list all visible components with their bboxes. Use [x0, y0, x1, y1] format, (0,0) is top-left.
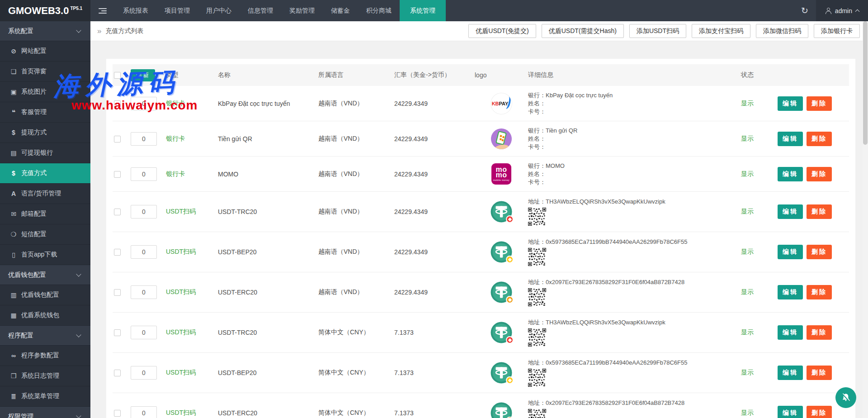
row-checkbox[interactable]: [114, 370, 121, 376]
sidebar-section-wallet-config[interactable]: 优盾钱包配置: [0, 265, 90, 285]
admin-menu[interactable]: admin: [816, 0, 868, 21]
sort-weight-input[interactable]: [131, 205, 157, 218]
sidebar-item-首页弹窗[interactable]: ❏首页弹窗: [0, 62, 90, 82]
status-toggle[interactable]: 显示: [741, 369, 754, 376]
action-button-5[interactable]: 添加微信扫码: [756, 24, 808, 38]
row-checkbox[interactable]: [114, 209, 121, 215]
action-button-4[interactable]: 添加支付宝扫码: [692, 24, 750, 38]
sidebar-item-充值方式[interactable]: $充值方式: [0, 163, 90, 184]
delete-button[interactable]: 删除: [807, 406, 832, 418]
sort-weight-input[interactable]: [131, 285, 157, 299]
topnav-item-8[interactable]: 系统管理: [400, 0, 446, 21]
row-checkbox[interactable]: [114, 329, 121, 336]
sidebar-item-语言/货币管理[interactable]: A语言/货币管理: [0, 184, 90, 204]
sidebar-section-system-config[interactable]: 系统配置: [0, 21, 90, 41]
status-toggle[interactable]: 显示: [741, 208, 754, 215]
action-button-6[interactable]: 添加银行卡: [814, 24, 860, 38]
refresh-button[interactable]: 刷新: [131, 69, 155, 81]
delete-button[interactable]: 删除: [807, 325, 832, 340]
delete-button[interactable]: 删除: [807, 167, 832, 181]
status-toggle[interactable]: 显示: [741, 288, 754, 295]
sort-weight-input[interactable]: [131, 245, 157, 259]
delete-button[interactable]: 删除: [807, 96, 832, 111]
topnav-item-4[interactable]: 信息管理: [240, 0, 281, 21]
edit-button[interactable]: 编辑: [778, 167, 803, 181]
edit-button[interactable]: 编辑: [778, 96, 803, 111]
row-details: 地址：0x5973685ECa71199bB744940eAA26299Fb78…: [528, 359, 730, 387]
network-badge-icon: [506, 215, 514, 223]
action-button-3[interactable]: 添加USDT扫码: [629, 24, 686, 38]
delete-button[interactable]: 删除: [807, 245, 832, 259]
sort-weight-input[interactable]: [131, 97, 157, 110]
topnav-item-1[interactable]: 系统报表: [115, 0, 156, 21]
sidebar-item-系统日志管理[interactable]: ❒系统日志管理: [0, 366, 90, 386]
sidebar-item-邮箱配置[interactable]: ✉邮箱配置: [0, 204, 90, 224]
sidebar-section-program-config[interactable]: 程序配置: [0, 326, 90, 346]
dollar-icon: $: [9, 129, 18, 136]
status-toggle[interactable]: 显示: [741, 100, 754, 107]
edit-button[interactable]: 编辑: [778, 204, 803, 219]
sidebar-item-客服管理[interactable]: ❝客服管理: [0, 102, 90, 123]
delete-button[interactable]: 删除: [807, 132, 832, 146]
network-badge-icon: [506, 256, 514, 263]
edit-button[interactable]: 编辑: [778, 366, 803, 380]
topnav-item-6[interactable]: 储蓄金: [323, 0, 358, 21]
edit-button[interactable]: 编辑: [778, 285, 803, 299]
status-toggle[interactable]: 显示: [741, 170, 754, 177]
detail-line: 地址：0x2097Ec793E2678358292F31F0E6f04aB872…: [528, 278, 730, 286]
sidebar-item-短信配置[interactable]: ❍短信配置: [0, 224, 90, 245]
edit-button[interactable]: 编辑: [778, 132, 803, 146]
status-toggle[interactable]: 显示: [741, 328, 754, 336]
sort-weight-input[interactable]: [131, 406, 157, 418]
row-checkbox[interactable]: [114, 410, 121, 417]
sidebar-section-permission[interactable]: 权限管理: [0, 407, 90, 418]
row-rate: 7.1373: [394, 409, 475, 417]
delete-button[interactable]: 删除: [807, 204, 832, 219]
topnav-item-5[interactable]: 奖励管理: [281, 0, 323, 21]
sidebar-item-首页app下载[interactable]: ▯首页app下载: [0, 245, 90, 265]
popup-icon: ❏: [9, 68, 18, 75]
sort-weight-input[interactable]: [131, 132, 157, 146]
sort-weight-input[interactable]: [131, 366, 157, 380]
image-icon: ▣: [9, 88, 18, 95]
hamburger-menu-icon[interactable]: [90, 0, 115, 21]
status-toggle[interactable]: 显示: [741, 248, 754, 255]
bell-slash-icon: [840, 392, 851, 403]
edit-button[interactable]: 编辑: [778, 245, 803, 259]
topnav-item-2[interactable]: 项目管理: [156, 0, 198, 21]
row-checkbox[interactable]: [114, 249, 121, 256]
chevron-down-icon: [76, 28, 81, 33]
sidebar-item-网站配置[interactable]: ⊘网站配置: [0, 41, 90, 62]
mail-icon: ✉: [9, 210, 18, 218]
row-checkbox[interactable]: [114, 171, 121, 178]
sidebar-item-系统图片[interactable]: ▣系统图片: [0, 82, 90, 102]
website-config-icon: ⊘: [9, 48, 18, 55]
delete-button[interactable]: 删除: [807, 366, 832, 380]
topnav-item-3[interactable]: 用户中心: [198, 0, 240, 21]
refresh-icon[interactable]: ↻: [793, 0, 816, 21]
sidebar-item-系统菜单管理[interactable]: ≣系统菜单管理: [0, 386, 90, 407]
topnav-item-7[interactable]: 积分商城: [358, 0, 400, 21]
scrollbar-thumb[interactable]: [863, 21, 868, 145]
sort-weight-input[interactable]: [131, 167, 157, 181]
sidebar-item-可提现银行[interactable]: ▤可提现银行: [0, 143, 90, 163]
status-toggle[interactable]: 显示: [741, 135, 754, 142]
delete-button[interactable]: 删除: [807, 285, 832, 299]
sidebar-item-程序参数配置[interactable]: ∞程序参数配置: [0, 346, 90, 366]
row-name: USDT-TRC20: [218, 329, 318, 336]
row-checkbox[interactable]: [114, 136, 121, 142]
status-toggle[interactable]: 显示: [741, 409, 754, 416]
row-checkbox[interactable]: [114, 100, 121, 107]
row-checkbox[interactable]: [114, 289, 121, 296]
sidebar-item-优盾系统钱包[interactable]: ▦优盾系统钱包: [0, 305, 90, 326]
sidebar-item-提现方式[interactable]: $提现方式: [0, 123, 90, 143]
sort-weight-input[interactable]: [131, 326, 157, 339]
action-button-2[interactable]: 优盾USDT(需提交Hash): [542, 24, 624, 38]
action-button-1[interactable]: 优盾USDT(免提交): [468, 24, 536, 38]
detail-line: 地址：TH3AWbzELQQiRSh3vX5e3QwapKkUwvzipk: [528, 198, 730, 206]
sidebar-item-优盾钱包配置[interactable]: ▥优盾钱包配置: [0, 285, 90, 305]
edit-button[interactable]: 编辑: [778, 406, 803, 418]
edit-button[interactable]: 编辑: [778, 325, 803, 340]
select-all-checkbox[interactable]: [114, 72, 121, 79]
notification-mute-button[interactable]: [835, 387, 856, 408]
